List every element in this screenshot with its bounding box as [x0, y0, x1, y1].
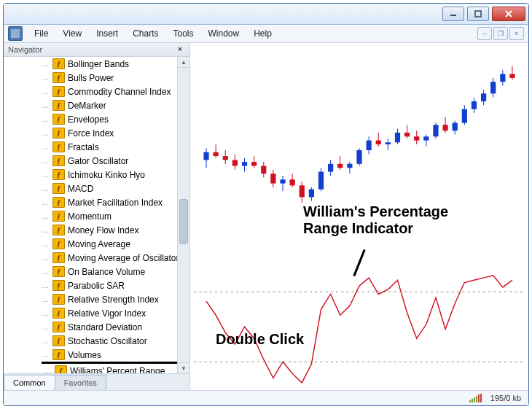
app-icon [8, 26, 23, 41]
indicator-label: Ichimoku Kinko Hyo [68, 170, 177, 180]
scroll-thumb[interactable] [179, 199, 188, 244]
indicator-item[interactable]: …Volumes [42, 348, 177, 362]
indicator-item[interactable]: …Stochastic Oscillator [42, 334, 177, 348]
menu-help[interactable]: Help [246, 26, 279, 41]
mdi-minimize-button[interactable]: – [477, 27, 492, 40]
navigator-scrollbar[interactable]: ▲ ▼ [177, 57, 189, 373]
annotation-double-click: Double Click [216, 331, 304, 348]
tree-gutter [4, 57, 42, 373]
indicator-icon [52, 58, 65, 69]
mdi-close-button[interactable]: × [509, 27, 524, 40]
indicator-label: Standard Deviation [68, 322, 177, 332]
indicator-label: Money Flow Index [68, 225, 177, 235]
svg-rect-45 [404, 133, 410, 136]
indicator-label: Moving Average [68, 239, 177, 249]
indicator-item[interactable]: …Market Facilitation Index [42, 195, 177, 209]
indicator-icon [52, 72, 65, 83]
indicator-item[interactable]: …On Balance Volume [42, 265, 177, 278]
indicator-icon [52, 280, 65, 291]
indicator-label: Volumes [68, 350, 177, 360]
indicator-label: Relative Vigor Index [68, 308, 177, 319]
navigator-title: Navigator [8, 45, 42, 54]
svg-rect-43 [395, 133, 400, 142]
indicator-item[interactable]: …Bulls Power [42, 71, 177, 85]
indicator-icon [52, 141, 65, 152]
indicator-label: Bulls Power [68, 73, 177, 83]
indicator-item[interactable]: …Envelopes [42, 112, 177, 126]
menu-insert[interactable]: Insert [89, 26, 125, 41]
menu-file[interactable]: File [27, 26, 55, 41]
indicator-item[interactable]: …Williams' Percent Range [42, 362, 177, 373]
indicator-label: Parabolic SAR [68, 281, 177, 291]
navigator-close-button[interactable]: × [175, 44, 185, 55]
navigator-tabs: Common Favorites [4, 373, 189, 390]
statusbar: 195/0 kb [4, 390, 528, 405]
scroll-down-icon[interactable]: ▼ [178, 362, 189, 373]
indicator-item[interactable]: …Bollinger Bands [42, 57, 177, 71]
svg-rect-51 [433, 125, 438, 136]
indicator-label: Relative Strength Index [68, 295, 177, 305]
indicator-label: Market Facilitation Index [68, 198, 177, 208]
indicator-item[interactable]: …Relative Vigor Index [42, 306, 177, 320]
svg-rect-39 [376, 141, 381, 144]
indicator-label: On Balance Volume [68, 267, 177, 277]
indicator-item[interactable]: …Momentum [42, 209, 177, 223]
svg-rect-37 [367, 141, 372, 150]
indicator-label: MACD [68, 184, 177, 194]
navigator-panel: Navigator × …Bollinger Bands…Bulls Power… [4, 43, 190, 390]
indicator-label: DeMarker [68, 101, 177, 111]
indicator-icon [52, 100, 65, 111]
svg-rect-13 [251, 162, 257, 165]
indicator-item[interactable]: …MACD [42, 182, 177, 195]
indicator-item[interactable]: …Gator Oscillator [42, 154, 177, 168]
mdi-restore-button[interactable]: ❐ [493, 27, 508, 40]
indicator-item[interactable]: …Moving Average [42, 237, 177, 251]
menu-view[interactable]: View [55, 26, 89, 41]
indicator-item[interactable]: …Moving Average of Oscillator [42, 251, 177, 265]
indicator-item[interactable]: …Force Index [42, 126, 177, 140]
indicator-item[interactable]: …Fractals [42, 140, 177, 154]
svg-rect-53 [442, 125, 447, 131]
indicator-icon [52, 114, 65, 125]
indicator-label: Moving Average of Oscillator [68, 253, 177, 263]
transfer-status: 195/0 kb [490, 394, 521, 402]
svg-rect-67 [509, 74, 515, 77]
svg-rect-27 [318, 172, 324, 190]
svg-rect-49 [423, 136, 429, 140]
scroll-up-icon[interactable]: ▲ [178, 57, 189, 68]
tab-common[interactable]: Common [4, 375, 55, 390]
annotation-indicator-name: William's Percentage Range Indicator [303, 203, 448, 237]
indicator-icon [52, 155, 65, 166]
indicator-item[interactable]: …DeMarker [42, 98, 177, 112]
menu-tools[interactable]: Tools [166, 26, 201, 41]
svg-rect-63 [490, 82, 496, 93]
svg-line-70 [354, 250, 364, 276]
svg-rect-31 [337, 164, 343, 168]
indicator-item[interactable]: …Relative Strength Index [42, 292, 177, 306]
chart-area[interactable]: William's Percentage Range Indicator Dou… [190, 43, 528, 390]
menu-window[interactable]: Window [201, 26, 247, 41]
svg-rect-55 [453, 123, 458, 131]
svg-rect-61 [481, 93, 486, 101]
svg-rect-5 [214, 152, 219, 156]
indicator-item[interactable]: …Money Flow Index [42, 223, 177, 237]
svg-rect-19 [280, 179, 285, 183]
tab-favorites[interactable]: Favorites [55, 375, 106, 390]
indicator-item[interactable]: …Commodity Channel Index [42, 85, 177, 98]
menubar: File View Insert Charts Tools Window Hel… [4, 25, 528, 43]
minimize-button[interactable] [442, 7, 464, 21]
menu-charts[interactable]: Charts [125, 26, 165, 41]
indicator-label: Gator Oscillator [68, 156, 177, 166]
indicator-icon [52, 335, 65, 346]
indicator-item[interactable]: …Standard Deviation [42, 320, 177, 334]
svg-rect-41 [386, 142, 391, 144]
indicator-label: Stochastic Oscillator [68, 336, 177, 346]
maximize-button[interactable] [467, 7, 489, 21]
close-button[interactable] [492, 7, 525, 21]
indicator-item[interactable]: …Ichimoku Kinko Hyo [42, 168, 177, 182]
indicator-item[interactable]: …Parabolic SAR [42, 278, 177, 292]
indicator-icon [52, 308, 65, 319]
indicator-icon [52, 169, 65, 180]
indicator-icon [52, 349, 65, 360]
indicator-label: Momentum [68, 211, 177, 222]
